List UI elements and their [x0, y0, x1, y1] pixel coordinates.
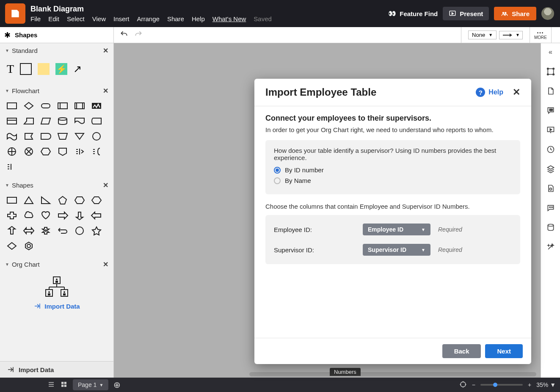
shape-item[interactable]	[91, 131, 102, 141]
shape-item[interactable]	[40, 210, 52, 221]
shape-item[interactable]	[6, 226, 18, 236]
close-icon[interactable]: ✕	[103, 181, 108, 189]
shape-item[interactable]	[74, 116, 86, 126]
line-style-dropdown[interactable]: None ▼	[468, 30, 497, 39]
section-flowchart[interactable]: ▼ Flowchart ✕	[0, 83, 113, 98]
back-button[interactable]: Back	[442, 344, 481, 358]
user-avatar[interactable]	[541, 7, 554, 20]
close-icon[interactable]: ✕	[103, 47, 108, 55]
shape-item[interactable]	[40, 146, 52, 157]
shape-item[interactable]	[74, 146, 86, 157]
comment-icon[interactable]: 99	[546, 106, 555, 115]
document-icon[interactable]	[546, 86, 555, 96]
next-button[interactable]: Next	[485, 344, 523, 358]
zoom-out-icon[interactable]: −	[472, 381, 475, 388]
close-icon[interactable]: ✕	[103, 87, 108, 95]
undo-icon[interactable]	[120, 30, 128, 40]
shape-item[interactable]	[6, 162, 18, 172]
close-icon[interactable]: ✕	[103, 260, 108, 268]
menu-whats-new[interactable]: What's New	[212, 15, 246, 22]
history-icon[interactable]	[546, 145, 555, 154]
shape-item[interactable]	[6, 210, 18, 221]
target-icon[interactable]	[459, 381, 467, 389]
list-view-icon[interactable]	[47, 381, 55, 389]
shape-item[interactable]	[23, 226, 35, 236]
menu-file[interactable]: File	[30, 15, 41, 22]
shape-item[interactable]	[40, 195, 52, 205]
section-orgchart[interactable]: ▼ Org Chart ✕	[0, 257, 113, 272]
shape-item[interactable]	[57, 116, 69, 126]
shape-item[interactable]	[91, 195, 102, 205]
shape-item[interactable]	[74, 131, 86, 141]
rectangle-shape[interactable]	[20, 63, 32, 75]
shape-item[interactable]	[40, 101, 52, 111]
horizontal-scrollbar[interactable]	[249, 372, 536, 376]
import-data-button[interactable]: Import Data	[0, 361, 113, 378]
shape-item[interactable]	[91, 146, 102, 157]
shape-item[interactable]	[6, 101, 18, 111]
page-tab[interactable]: Page 1 ▼	[73, 379, 108, 390]
shape-item[interactable]	[40, 226, 52, 236]
shape-item[interactable]	[74, 195, 86, 205]
shape-item[interactable]	[23, 241, 35, 251]
shape-item[interactable]	[23, 195, 35, 205]
data-icon[interactable]	[546, 223, 555, 232]
menu-insert[interactable]: Insert	[113, 15, 130, 22]
menu-arrange[interactable]: Arrange	[137, 15, 160, 22]
close-icon[interactable]: ✕	[513, 87, 520, 98]
text-shape[interactable]: T	[7, 62, 14, 76]
orgchart-shape[interactable]	[44, 276, 69, 297]
collapse-icon[interactable]: «	[546, 47, 555, 57]
shape-item[interactable]	[57, 131, 69, 141]
shape-item[interactable]	[23, 131, 35, 141]
layers-icon[interactable]	[546, 164, 555, 174]
shape-item[interactable]	[91, 101, 102, 111]
zoom-value[interactable]: 35% ▼	[536, 381, 556, 388]
shape-item[interactable]	[23, 210, 35, 221]
zoom-in-icon[interactable]: +	[528, 381, 531, 388]
shape-item[interactable]	[40, 116, 52, 126]
shape-item[interactable]	[6, 195, 18, 205]
redo-icon[interactable]	[134, 30, 143, 40]
shape-item[interactable]	[57, 226, 69, 236]
supervisor-id-dropdown[interactable]: Supervisor ID ▼	[363, 244, 430, 256]
gear-icon[interactable]: ✱	[4, 30, 11, 40]
shape-item[interactable]	[91, 226, 102, 236]
more-button[interactable]: ••• MORE	[534, 30, 547, 40]
zoom-slider[interactable]	[480, 384, 523, 386]
canvas[interactable]: ↖ Numbers Import Employee Table ? Help ✕…	[114, 43, 541, 378]
shape-item[interactable]	[74, 210, 86, 221]
shape-item[interactable]	[6, 116, 18, 126]
import-data-link[interactable]: Import Data	[7, 299, 107, 313]
share-button[interactable]: Share	[494, 7, 536, 20]
shape-item[interactable]	[91, 116, 102, 126]
radio-by-id[interactable]: By ID number	[274, 166, 512, 174]
shape-item[interactable]	[57, 101, 69, 111]
shape-item[interactable]	[57, 195, 69, 205]
shape-item[interactable]	[91, 210, 102, 221]
shape-item[interactable]	[57, 210, 69, 221]
menu-share[interactable]: Share	[167, 15, 184, 22]
page-icon[interactable]	[546, 184, 555, 193]
shape-item[interactable]	[74, 226, 86, 236]
shape-item[interactable]	[57, 146, 69, 157]
magic-icon[interactable]	[546, 242, 555, 251]
select-icon[interactable]	[546, 67, 555, 76]
menu-select[interactable]: Select	[67, 15, 85, 22]
shape-item[interactable]	[6, 146, 18, 157]
feature-find-button[interactable]: 👀 Feature Find	[388, 10, 438, 17]
shape-item[interactable]	[23, 101, 35, 111]
section-standard[interactable]: ▼ Standard ✕	[0, 43, 113, 58]
grid-view-icon[interactable]	[60, 381, 68, 389]
presentation-icon[interactable]	[546, 125, 555, 135]
menu-edit[interactable]: Edit	[48, 15, 59, 22]
arrow-shape[interactable]: ↗	[73, 63, 82, 75]
shape-item[interactable]	[6, 241, 18, 251]
employee-id-dropdown[interactable]: Employee ID ▼	[363, 224, 430, 235]
shape-item[interactable]	[23, 116, 35, 126]
shape-item[interactable]	[40, 131, 52, 141]
menu-view[interactable]: View	[92, 15, 106, 22]
menu-help[interactable]: Help	[192, 15, 205, 22]
chat-icon[interactable]	[546, 203, 555, 213]
radio-by-name[interactable]: By Name	[274, 177, 512, 184]
